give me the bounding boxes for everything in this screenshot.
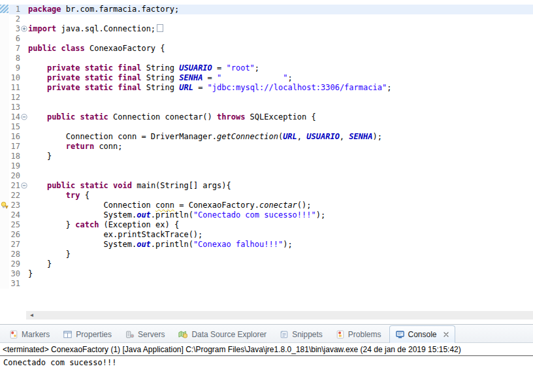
code-line[interactable]: 1package br.com.farmacia.factory; bbox=[0, 5, 533, 14]
tab-properties[interactable]: Properties bbox=[57, 327, 117, 342]
code-token: private bbox=[47, 83, 80, 92]
fold-column bbox=[20, 14, 28, 24]
marker-bar[interactable] bbox=[0, 201, 9, 210]
code-line[interactable]: 31 bbox=[0, 279, 533, 289]
line-number[interactable]: 18 bbox=[9, 152, 20, 161]
line-number[interactable]: 24 bbox=[9, 210, 20, 220]
line-number[interactable]: 28 bbox=[9, 250, 20, 259]
code-token: "Conexao falhou!!!" bbox=[193, 240, 283, 249]
line-number[interactable]: 22 bbox=[9, 191, 20, 201]
line-number[interactable]: 26 bbox=[9, 230, 20, 240]
tab-problems[interactable]: Problems bbox=[331, 327, 387, 342]
code-editor[interactable]: 1package br.com.farmacia.factory;23impor… bbox=[0, 0, 533, 310]
code-token: String bbox=[141, 63, 179, 73]
code-line[interactable]: 26 ex.printStackTrace(); bbox=[0, 230, 533, 240]
code-line[interactable]: 3import java.sql.Connection; bbox=[0, 24, 533, 34]
code-line[interactable]: 13 bbox=[0, 103, 533, 112]
code-token: out bbox=[137, 240, 151, 249]
code-line[interactable]: 29 } bbox=[0, 259, 533, 269]
collapsed-region-box[interactable] bbox=[157, 24, 163, 32]
code-line[interactable]: 16 Connection conn = DriverManager.getCo… bbox=[0, 132, 533, 142]
code-line[interactable]: 9 private static final String USUARIO = … bbox=[0, 63, 533, 73]
code-token bbox=[28, 83, 47, 92]
code-line[interactable]: 28 } bbox=[0, 250, 533, 259]
code-line[interactable]: 12 bbox=[0, 93, 533, 103]
code-line-body: 3import java.sql.Connection; bbox=[9, 24, 533, 34]
code-line-body: 6 bbox=[9, 34, 533, 44]
code-line[interactable]: 25 } catch (Exception ex) { bbox=[0, 220, 533, 230]
line-number[interactable]: 17 bbox=[9, 142, 20, 152]
code-line[interactable]: 19 bbox=[0, 161, 533, 171]
code-line[interactable]: 18 } bbox=[0, 152, 533, 161]
tab-markers[interactable]: Markers bbox=[4, 327, 55, 342]
warning-underlined-token: conn bbox=[155, 201, 174, 210]
marker-bar[interactable] bbox=[0, 5, 9, 14]
fold-column bbox=[20, 279, 28, 289]
line-number[interactable]: 12 bbox=[9, 93, 20, 103]
code-line[interactable]: 21 public static void main(String[] args… bbox=[0, 181, 533, 191]
line-number[interactable]: 27 bbox=[9, 240, 20, 250]
code-line-body: 11 private static final String URL = "jd… bbox=[9, 83, 533, 93]
tab-servers[interactable]: Servers bbox=[120, 327, 170, 342]
marker-bar bbox=[0, 191, 9, 201]
code-line[interactable]: 7public class ConexaoFactory { bbox=[0, 44, 533, 54]
fold-collapse-icon[interactable] bbox=[20, 112, 28, 122]
close-icon[interactable] bbox=[443, 331, 449, 338]
code-token: ); bbox=[316, 210, 325, 220]
code-line[interactable]: 15 bbox=[0, 122, 533, 132]
code-line[interactable]: 20 bbox=[0, 171, 533, 181]
horizontal-scrollbar[interactable]: ◄ bbox=[0, 310, 533, 320]
tab-snippets[interactable]: Snippets bbox=[274, 327, 328, 342]
fold-column bbox=[20, 44, 28, 54]
code-line[interactable]: 23 Connection conn = ConexaoFactory.cone… bbox=[0, 201, 533, 210]
line-number[interactable]: 3 bbox=[9, 24, 20, 34]
code-token: "Conectado com sucesso!!!" bbox=[193, 210, 316, 220]
line-number[interactable]: 6 bbox=[9, 34, 20, 44]
scroll-left-arrow-icon[interactable]: ◄ bbox=[27, 311, 37, 319]
code-token: = bbox=[202, 73, 217, 82]
line-number[interactable]: 19 bbox=[9, 161, 20, 171]
line-number[interactable]: 7 bbox=[9, 44, 20, 54]
code-line[interactable]: 10 private static final String SENHA = "… bbox=[0, 73, 533, 83]
tab-label: Data Source Explorer bbox=[191, 330, 266, 339]
code-line[interactable]: 6 bbox=[0, 34, 533, 44]
line-number[interactable]: 14 bbox=[9, 112, 20, 122]
fold-expand-icon[interactable] bbox=[20, 24, 28, 34]
marker-bar bbox=[0, 24, 9, 34]
line-number[interactable]: 8 bbox=[9, 54, 20, 63]
code-line[interactable]: 27 System.out.println("Conexao falhou!!!… bbox=[0, 240, 533, 250]
line-number[interactable]: 16 bbox=[9, 132, 20, 142]
line-number[interactable]: 15 bbox=[9, 122, 20, 132]
line-number[interactable]: 21 bbox=[9, 181, 20, 191]
code-token: final bbox=[118, 73, 141, 82]
console-output: Conectado com sucesso!!! bbox=[0, 356, 533, 367]
view-sash[interactable] bbox=[0, 320, 533, 325]
line-number[interactable]: 23 bbox=[9, 201, 20, 210]
code-line[interactable]: 22 try { bbox=[0, 191, 533, 201]
line-number[interactable]: 30 bbox=[9, 269, 20, 279]
code-token bbox=[108, 181, 113, 190]
code-token: ; bbox=[287, 73, 292, 82]
line-number[interactable]: 31 bbox=[9, 279, 20, 289]
code-line[interactable]: 24 System.out.println("Conectado com suc… bbox=[0, 210, 533, 220]
fold-collapse-icon[interactable] bbox=[20, 181, 28, 191]
line-number[interactable]: 10 bbox=[9, 73, 20, 83]
line-number[interactable]: 13 bbox=[9, 103, 20, 112]
tab-console[interactable]: Console bbox=[389, 325, 455, 343]
line-number[interactable]: 1 bbox=[9, 5, 20, 14]
line-number[interactable]: 29 bbox=[9, 259, 20, 269]
line-number[interactable]: 9 bbox=[9, 63, 20, 73]
code-line[interactable]: 30} bbox=[0, 269, 533, 279]
line-number[interactable]: 20 bbox=[9, 171, 20, 181]
line-number[interactable]: 11 bbox=[9, 83, 20, 93]
code-line[interactable]: 2 bbox=[0, 14, 533, 24]
code-line[interactable]: 17 return conn; bbox=[0, 142, 533, 152]
code-line[interactable]: 8 bbox=[0, 54, 533, 63]
scrollbar-track[interactable] bbox=[26, 311, 533, 319]
code-line[interactable]: 11 private static final String URL = "jd… bbox=[0, 83, 533, 93]
fold-column bbox=[20, 269, 28, 279]
line-number[interactable]: 2 bbox=[9, 14, 20, 24]
line-number[interactable]: 25 bbox=[9, 220, 20, 230]
code-line[interactable]: 14 public static Connection conectar() t… bbox=[0, 112, 533, 122]
tab-data-source-explorer[interactable]: Data Source Explorer bbox=[172, 327, 272, 342]
